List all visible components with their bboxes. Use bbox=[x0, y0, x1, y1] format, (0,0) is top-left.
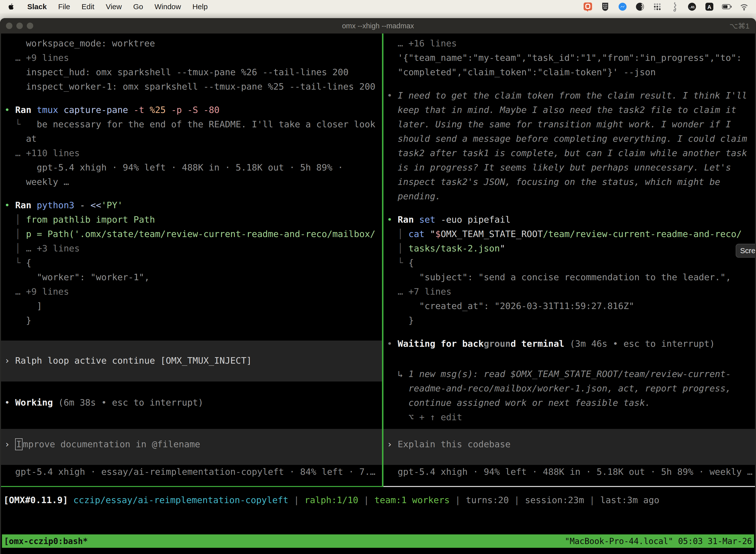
text-segment: continue assigned work or next feasible … bbox=[387, 398, 650, 408]
text-segment: session:23m bbox=[525, 495, 584, 505]
terminal-pane-right[interactable]: … +16 lines '{"team_name":"my-team","tas… bbox=[383, 34, 755, 485]
text-segment bbox=[403, 229, 408, 239]
terminal-line: } bbox=[4, 313, 382, 328]
menu-item-go[interactable]: Go bbox=[133, 2, 143, 11]
text-segment: -t bbox=[133, 105, 149, 115]
text-segment: … +7 lines bbox=[387, 286, 451, 296]
left-prompt-input[interactable]: › Improve documentation in @filename bbox=[4, 437, 382, 451]
text-segment: │ bbox=[4, 214, 20, 225]
text-segment: OMX_TEAM_STATE_ROOT bbox=[441, 229, 543, 239]
left-pane-scrollback: workspace_mode: worktree … +9 lines insp… bbox=[1, 34, 382, 328]
text-segment: gpt-5.4 xhigh · 94% left · 488K in · 5.1… bbox=[4, 162, 343, 172]
text-segment: p = Path('.omx/state/team/review-current… bbox=[20, 229, 375, 239]
text-segment: is in progress? It seems likely but perh… bbox=[387, 162, 731, 172]
terminal-line: • I need to get the claim token from the… bbox=[387, 88, 755, 103]
text-segment: team:1 workers bbox=[375, 495, 450, 505]
wifi-icon[interactable] bbox=[739, 2, 749, 12]
terminal-line: • Ran set -euo pipefail bbox=[387, 213, 755, 227]
terminal-line: '{"team_name":"my-team","task_id":"1","f… bbox=[387, 51, 755, 65]
terminal-line: inspect_worker-1: omx sparkshell --tmux-… bbox=[4, 79, 382, 94]
screenshot-toast[interactable]: Scre bbox=[736, 244, 756, 258]
right-prompt-input[interactable]: › Explain this codebase bbox=[387, 437, 755, 451]
menu-item-slack[interactable]: Slack bbox=[27, 2, 47, 11]
terminal-pane-left[interactable]: workspace_mode: worktree … +9 lines insp… bbox=[1, 34, 382, 485]
dots-grid-icon[interactable] bbox=[652, 2, 662, 12]
text-segment: … +9 lines bbox=[4, 286, 69, 296]
text-segment: "created_at": "2026-03-31T11:59:27.816Z" bbox=[387, 301, 634, 311]
terminal-line: • Ran tmux capture-pane -t %25 -p -S -80 bbox=[4, 103, 382, 117]
terminal-line: weekly … bbox=[4, 175, 382, 189]
text-segment: should send a message before completing … bbox=[387, 133, 747, 144]
menu-item-edit[interactable]: Edit bbox=[82, 2, 94, 11]
text-segment: from pathlib import Path bbox=[20, 214, 155, 225]
right-input-band[interactable]: › Explain this codebase bbox=[383, 429, 755, 465]
terminal-content: workspace_mode: worktree … +9 lines insp… bbox=[0, 34, 756, 554]
terminal-line: └ { bbox=[4, 256, 382, 270]
terminal-line: │ p = Path('.omx/state/team/review-curre… bbox=[4, 227, 382, 241]
text-segment: -80 bbox=[203, 105, 219, 115]
text-segment: python3 bbox=[37, 200, 74, 210]
text-segment: Waiting for back bbox=[397, 339, 484, 349]
menu-status-icons: ..61 A bbox=[583, 2, 749, 12]
left-prompt-history-line: › Ralph loop active continue [OMX_TMUX_I… bbox=[4, 353, 382, 368]
line-gap bbox=[387, 79, 755, 88]
text-segment: workspace_mode: worktree bbox=[4, 38, 155, 48]
text-segment: | bbox=[289, 495, 305, 505]
menu-item-file[interactable]: File bbox=[58, 2, 70, 11]
text-segment: tmux bbox=[37, 105, 63, 115]
terminal-line: • Ran python3 - <<'PY' bbox=[4, 198, 382, 213]
left-prompt-history-band[interactable]: › Ralph loop active continue [OMX_TMUX_I… bbox=[1, 340, 382, 382]
text-segment: %25 bbox=[149, 105, 171, 115]
terminal-line: └ { bbox=[387, 256, 755, 270]
terminal-line: … +7 lines bbox=[387, 284, 755, 299]
terminal-line: │ cat "$OMX_TEAM_STATE_ROOT/team/review-… bbox=[387, 227, 755, 241]
text-segment: last:3m ago bbox=[600, 495, 659, 505]
window-titlebar[interactable]: omx --xhigh --madmax ⌥⌘1 bbox=[0, 18, 756, 34]
left-input-band[interactable]: › Improve documentation in @filename bbox=[1, 429, 382, 465]
text-segment: … +110 lines bbox=[4, 148, 80, 158]
text-segment: '{"team_name":"my-team","task_id":"1","f… bbox=[387, 53, 742, 63]
menu-item-help[interactable]: Help bbox=[192, 2, 208, 11]
terminal-line: │ … +3 lines bbox=[4, 241, 382, 256]
pie-circle-icon[interactable] bbox=[635, 2, 645, 12]
left-pane-bottom-border bbox=[1, 486, 383, 487]
shield-keyboard-icon[interactable] bbox=[600, 2, 610, 12]
text-segment: at bbox=[4, 133, 37, 144]
apple-icon[interactable] bbox=[7, 2, 16, 11]
terminal-line: should send a message before completing … bbox=[387, 131, 755, 146]
menu-items: SlackFileEditViewGoWindowHelp bbox=[27, 2, 208, 11]
text-segment: (6m 38s • esc to interrupt) bbox=[53, 397, 203, 407]
text-segment: readme-and-reco/mailbox/worker-1.json, a… bbox=[387, 383, 731, 393]
omx-status-bar: [OMX#0.11.9] cczip/essay/ai-reimplementa… bbox=[3, 493, 659, 507]
text-segment: capture-pane bbox=[63, 105, 133, 115]
a-key-icon[interactable]: A bbox=[704, 2, 714, 12]
battery-icon[interactable] bbox=[722, 2, 732, 12]
screenshot-chat-icon[interactable] bbox=[583, 2, 593, 12]
text-segment: } bbox=[387, 315, 414, 325]
menu-item-window[interactable]: Window bbox=[154, 2, 181, 11]
menu-item-view[interactable]: View bbox=[106, 2, 122, 11]
text-segment: inspect_worker-1: omx sparkshell --tmux-… bbox=[4, 81, 376, 92]
text-segment bbox=[68, 495, 73, 505]
terminal-line: ] bbox=[4, 299, 382, 313]
messenger-icon[interactable] bbox=[618, 2, 628, 12]
text-segment: └ bbox=[4, 119, 20, 129]
terminal-line: keep that in mind. Maybe I also need the… bbox=[387, 103, 755, 117]
terminal-line: pending. bbox=[387, 189, 755, 204]
text-segment: • bbox=[387, 339, 397, 349]
squiggle-icon[interactable] bbox=[670, 2, 680, 12]
text-segment: | bbox=[584, 495, 600, 505]
terminal-line: is in progress? It seems likely but perh… bbox=[387, 160, 755, 175]
text-segment: later. Using the same for transition mig… bbox=[387, 119, 731, 129]
left-working-status: • Working (6m 38s • esc to interrupt) bbox=[4, 395, 203, 410]
right-model-status-line: gpt-5.4 xhigh · 94% left · 488K in · 5.1… bbox=[387, 465, 753, 479]
badge-61-icon[interactable]: ..61 bbox=[687, 2, 697, 12]
text-segment: cat bbox=[408, 229, 430, 239]
text-segment: cczip/essay/ai-reimplementation-copyleft bbox=[73, 495, 289, 505]
text-segment: | bbox=[450, 495, 466, 505]
text-segment: (3m 46s • esc to interrupt) bbox=[564, 339, 715, 349]
terminal-line: inspect_hud: omx sparkshell --tmux-pane … bbox=[4, 65, 382, 79]
terminal-line: "subject": "send a concise recommendatio… bbox=[387, 270, 755, 284]
text-segment: • bbox=[4, 105, 15, 115]
terminal-line: "completed","claim_token":"claim-token"}… bbox=[387, 65, 755, 79]
